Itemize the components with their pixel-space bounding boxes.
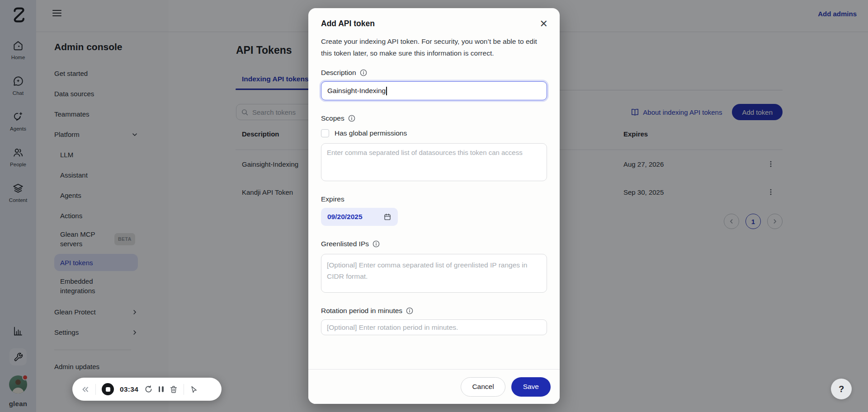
screen-recorder-toolbar: 03:34 <box>72 378 222 401</box>
restart-recording-icon[interactable] <box>144 385 153 393</box>
scopes-textarea[interactable] <box>321 143 547 181</box>
info-icon[interactable] <box>348 115 355 122</box>
add-api-token-modal: ✕ Add API token Create your indexing API… <box>308 8 560 404</box>
info-icon[interactable] <box>373 240 380 248</box>
stop-recording-button[interactable] <box>102 383 114 395</box>
pause-recording-icon[interactable] <box>159 386 163 392</box>
expires-label: Expires <box>321 195 344 203</box>
info-icon[interactable] <box>406 307 413 314</box>
modal-footer: Cancel Save <box>308 369 560 404</box>
expires-label-row: Expires <box>321 195 547 203</box>
global-permissions-label: Has global permissions <box>335 129 407 137</box>
toolbar-divider <box>184 384 184 395</box>
cursor-tool-icon[interactable] <box>190 385 198 393</box>
greenlisted-ips-textarea[interactable] <box>321 254 547 293</box>
calendar-icon <box>383 213 392 221</box>
rotation-period-label-row: Rotation period in minutes <box>321 307 547 315</box>
expires-date-picker[interactable]: 09/20/2025 <box>321 208 398 226</box>
description-label: Description <box>321 69 356 77</box>
rotation-period-label: Rotation period in minutes <box>321 307 402 315</box>
toolbar-divider <box>95 384 96 395</box>
global-permissions-checkbox[interactable] <box>321 129 329 137</box>
expires-date-value: 09/20/2025 <box>327 213 363 221</box>
description-input[interactable]: Gainsight-Indexing <box>321 81 547 100</box>
cancel-button[interactable]: Cancel <box>461 377 505 397</box>
modal-title: Add API token <box>321 19 547 28</box>
scopes-label-row: Scopes <box>321 114 547 122</box>
delete-recording-icon[interactable] <box>170 385 178 393</box>
greenlisted-ips-label: Greenlisted IPs <box>321 240 369 248</box>
save-button[interactable]: Save <box>511 377 551 397</box>
greenlisted-ips-label-row: Greenlisted IPs <box>321 240 547 248</box>
info-icon[interactable] <box>360 69 367 76</box>
modal-body-text: Create your indexing API token. For secu… <box>321 36 547 59</box>
rotation-period-input[interactable] <box>321 319 547 335</box>
scopes-label: Scopes <box>321 114 344 122</box>
stop-icon <box>106 387 110 392</box>
text-caret <box>386 87 387 95</box>
close-icon[interactable]: ✕ <box>538 17 550 31</box>
help-button[interactable]: ? <box>831 379 852 399</box>
collapse-toolbar-icon[interactable] <box>81 386 90 393</box>
description-label-row: Description <box>321 69 547 77</box>
recording-timer: 03:34 <box>120 385 138 393</box>
